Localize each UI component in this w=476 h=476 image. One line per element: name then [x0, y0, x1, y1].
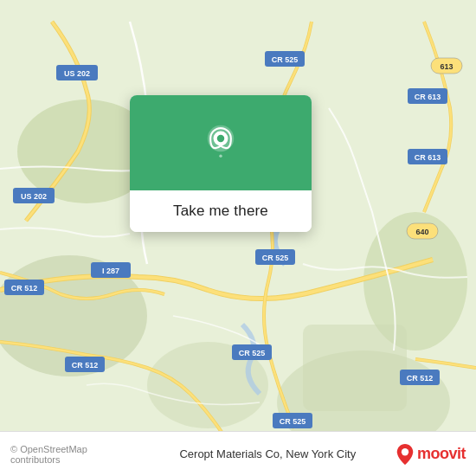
svg-rect-4: [303, 325, 407, 411]
svg-point-36: [217, 135, 224, 142]
location-label: Ceropt Materials Co, New York City: [139, 447, 396, 460]
map-container: US 202 US 202 CR 525 CR 525 CR 525 CR 52…: [0, 0, 476, 476]
svg-text:US 202: US 202: [21, 192, 47, 201]
svg-text:US 202: US 202: [64, 69, 90, 78]
location-pin-icon: [202, 124, 240, 162]
moovit-logo: moovit: [396, 444, 466, 465]
svg-text:613: 613: [440, 62, 453, 71]
bottom-bar: © OpenStreetMap contributors Ceropt Mate…: [0, 431, 476, 476]
svg-text:CR 512: CR 512: [407, 374, 434, 383]
moovit-pin-icon: [396, 444, 414, 465]
take-me-there-button[interactable]: Take me there: [130, 190, 312, 232]
svg-text:CR 613: CR 613: [415, 93, 441, 101]
copyright-text: © OpenStreetMap contributors: [10, 444, 139, 465]
svg-text:640: 640: [415, 228, 428, 236]
popup-card: Take me there: [130, 95, 312, 232]
svg-point-38: [402, 448, 408, 455]
svg-text:CR 613: CR 613: [415, 153, 441, 162]
svg-text:CR 525: CR 525: [239, 349, 266, 357]
svg-text:CR 525: CR 525: [280, 417, 306, 426]
svg-point-37: [219, 155, 222, 158]
svg-text:CR 525: CR 525: [262, 254, 289, 262]
svg-text:CR 525: CR 525: [272, 55, 299, 64]
map-svg: US 202 US 202 CR 525 CR 525 CR 525 CR 52…: [0, 0, 476, 476]
moovit-brand-text: moovit: [417, 445, 466, 463]
svg-text:CR 512: CR 512: [11, 284, 38, 293]
popup-green-area: [130, 95, 312, 190]
svg-text:I 287: I 287: [102, 267, 119, 275]
svg-text:CR 512: CR 512: [72, 361, 99, 370]
